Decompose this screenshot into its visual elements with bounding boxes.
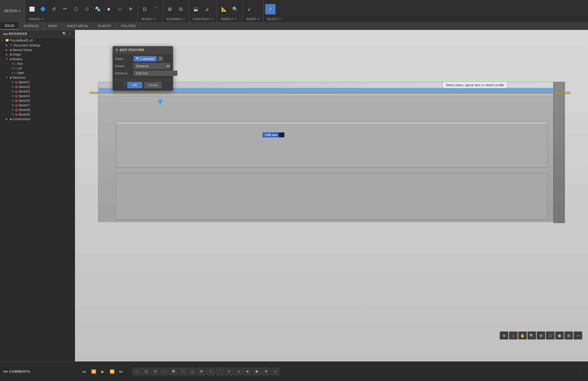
dimension-options-icon[interactable]: ⋮ bbox=[279, 133, 284, 137]
sidebar-item-sketch9[interactable]: 👁 ▦ Sketch9 bbox=[0, 112, 75, 117]
tab-utilities[interactable]: UTILITIES bbox=[116, 22, 141, 30]
dimension-value[interactable]: 3.00 mm bbox=[263, 133, 279, 137]
design-button[interactable]: DESIGN ▼ bbox=[0, 0, 25, 22]
hole-button[interactable]: ⦾ bbox=[82, 4, 92, 14]
move-button[interactable]: ✛ bbox=[126, 4, 136, 14]
tab-sheet-metal[interactable]: SHEET METAL bbox=[62, 22, 93, 30]
cylinder-button[interactable]: ⬭ bbox=[115, 4, 125, 14]
sketch-tool-16[interactable]: ⎆ bbox=[271, 368, 279, 375]
zoom-button[interactable]: 🔍 bbox=[527, 331, 536, 339]
home-view-button[interactable]: ⌂ bbox=[509, 331, 518, 339]
sketch-tool-7[interactable]: △ bbox=[188, 368, 196, 375]
insert-section-label[interactable]: INSERT ▼ bbox=[244, 17, 262, 22]
sidebar-item-bodies[interactable]: ▼ ■ Bodies bbox=[0, 57, 75, 61]
sketch-tool-11[interactable]: ∧ bbox=[225, 368, 233, 375]
sidebar-item-wall[interactable]: 👁 □ Wall bbox=[0, 71, 75, 75]
box-button[interactable]: ■ bbox=[104, 4, 114, 14]
construct2-button[interactable]: ⊿ bbox=[202, 4, 212, 14]
loft-button[interactable]: ⬡ bbox=[71, 4, 81, 14]
wall-eye-icon[interactable]: 👁 bbox=[12, 71, 14, 75]
sidebar-item-lid[interactable]: 👁 □ Lid bbox=[0, 66, 75, 71]
tab-mesh[interactable]: MESH bbox=[44, 22, 62, 30]
construct-section-label[interactable]: CONSTRUCT ▼ bbox=[190, 17, 216, 22]
box-eye-icon[interactable]: 👁 bbox=[12, 62, 14, 65]
sidebar-item-construction[interactable]: ▶ ■ Construction bbox=[0, 117, 75, 121]
sketch-tool-15[interactable]: ⊕ bbox=[262, 368, 270, 375]
joint2-button[interactable]: ⊟ bbox=[176, 4, 186, 14]
sketch4-eye-icon[interactable]: 👁 bbox=[12, 95, 14, 98]
browser-options-icon[interactable]: ⋮ bbox=[68, 32, 72, 36]
thread-button[interactable]: 🔩 bbox=[93, 4, 103, 14]
assemble-section-label[interactable]: ASSEMBLE ▼ bbox=[164, 17, 188, 22]
insert-button[interactable]: ↙ bbox=[244, 4, 254, 14]
plane-clear-button[interactable]: ✕ bbox=[158, 56, 163, 61]
sidebar-item-sketch5[interactable]: 👁 ▦ Sketch5 bbox=[0, 98, 75, 103]
sketch3-eye-icon[interactable]: 👁 bbox=[12, 90, 14, 93]
sweep-button[interactable]: 〜 bbox=[60, 4, 70, 14]
more-button[interactable]: ⋯ bbox=[574, 331, 582, 339]
inspect2-button[interactable]: 🔍 bbox=[230, 4, 240, 14]
display-mode-button[interactable]: ▣ bbox=[555, 331, 564, 339]
sidebar-item-sketch4[interactable]: 👁 ▦ Sketch4 bbox=[0, 94, 75, 98]
step-forward-button[interactable]: ⏩ bbox=[108, 368, 115, 375]
measure-button[interactable]: 📐 bbox=[219, 4, 229, 14]
tab-solid[interactable]: SOLID bbox=[0, 22, 19, 30]
play-button[interactable]: ▶ bbox=[99, 368, 106, 375]
sketch1-eye-icon[interactable]: 👁 bbox=[12, 81, 14, 84]
modify-section-label[interactable]: MODIFY ▼ bbox=[139, 17, 162, 22]
skip-start-button[interactable]: ⏮ bbox=[81, 368, 88, 375]
sidebar-item-sketch8[interactable]: 👁 ▦ Sketch8 bbox=[0, 107, 75, 112]
browser-search-icon[interactable]: 🔍 bbox=[62, 32, 67, 36]
sketch-tool-6[interactable]: ⬛ bbox=[179, 368, 187, 375]
tab-plastic[interactable]: PLASTIC bbox=[93, 22, 116, 30]
tab-surface[interactable]: SURFACE bbox=[19, 22, 44, 30]
revolve-button[interactable]: ↺ bbox=[49, 4, 59, 14]
collapse-icon[interactable]: ◀◀ bbox=[3, 32, 8, 35]
press-pull-button[interactable]: ⊡ bbox=[140, 4, 150, 14]
step-back-button[interactable]: ⏪ bbox=[90, 368, 97, 375]
lid-eye-icon[interactable]: 👁 bbox=[12, 67, 14, 70]
sidebar-item-sketches[interactable]: ▼ ■ Sketches bbox=[0, 75, 75, 80]
sketch-tool-3[interactable]: ⊡ bbox=[151, 368, 159, 375]
sketch2-eye-icon[interactable]: 👁 bbox=[12, 85, 14, 88]
sketch-tool-2[interactable]: ◫ bbox=[142, 368, 150, 375]
sketch-tool-4[interactable]: ⬚ bbox=[160, 368, 168, 375]
sidebar-item-named-views[interactable]: ▶ ■ Named Views bbox=[0, 48, 75, 52]
sketch-tool-9[interactable]: ⟨ bbox=[207, 368, 215, 375]
view-cube-button[interactable]: ⬡ bbox=[546, 331, 555, 339]
fillet-button[interactable]: ⌒ bbox=[151, 4, 161, 14]
sketch9-eye-icon[interactable]: 👁 bbox=[12, 113, 14, 116]
zoom-fit-button[interactable]: ⊞ bbox=[537, 331, 545, 339]
sidebar-item-sketch1[interactable]: 👁 ▦ Sketch1 bbox=[0, 80, 75, 84]
grid-button[interactable]: ⊞ bbox=[564, 331, 573, 339]
sidebar-item-sketch2[interactable]: 👁 ▦ Sketch2 bbox=[0, 84, 75, 89]
select-section-label[interactable]: SELECT ▼ bbox=[265, 17, 284, 22]
sketch-tool-10[interactable]: ⌒ bbox=[216, 368, 224, 375]
sketch-tool-14[interactable]: ◉ bbox=[253, 368, 261, 375]
new-component-button[interactable]: ⬜ bbox=[27, 4, 37, 14]
extent-dropdown[interactable]: Distance bbox=[134, 63, 171, 69]
sketch5-eye-icon[interactable]: 👁 bbox=[12, 99, 14, 102]
sketch8-eye-icon[interactable]: 👁 bbox=[12, 108, 14, 112]
select-button[interactable]: ⤢ bbox=[265, 4, 276, 14]
sidebar-item-doc-settings[interactable]: ▶ ⚙ Document Settings bbox=[0, 43, 75, 48]
sketch-tool-1[interactable]: □ bbox=[133, 368, 141, 375]
cancel-button[interactable]: Cancel bbox=[144, 82, 161, 88]
skip-end-button[interactable]: ⏭ bbox=[118, 368, 125, 375]
sketch7-eye-icon[interactable]: 👁 bbox=[12, 104, 14, 107]
construct-button[interactable]: ⬓ bbox=[191, 4, 201, 14]
distance-input[interactable] bbox=[134, 71, 177, 76]
extrude-button[interactable]: 🔷 bbox=[38, 4, 48, 14]
create-section-label[interactable]: CREATE ▼ bbox=[26, 17, 136, 22]
plane-selector-button[interactable]: ⚑ 1 selected bbox=[134, 56, 157, 61]
sketch-tool-8[interactable]: ⊞ bbox=[197, 368, 205, 375]
pan-button[interactable]: ✋ bbox=[518, 331, 527, 339]
sketch-tool-13[interactable]: ◈ bbox=[244, 368, 252, 375]
inspect-section-label[interactable]: INSPECT ▼ bbox=[218, 17, 241, 22]
sidebar-item-origin[interactable]: ▶ ■ Origin bbox=[0, 52, 75, 57]
sketch-tool-5[interactable]: ◩ bbox=[170, 368, 178, 375]
joint-button[interactable]: ⊞ bbox=[165, 4, 175, 14]
dimension-label[interactable]: 3.00 mm ⋮ bbox=[263, 132, 284, 137]
comments-collapse-icon[interactable]: ◀◀ bbox=[3, 370, 8, 373]
sketch-tool-12[interactable]: ⊿ bbox=[234, 368, 242, 375]
